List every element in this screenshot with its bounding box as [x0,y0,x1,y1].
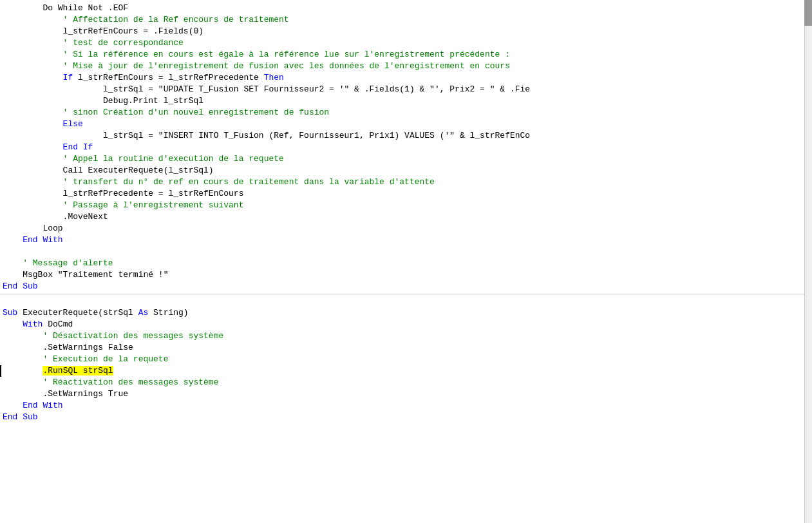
code-line: ' Execution de la requete [0,354,804,365]
code-token: Debug.Print l_strSql [3,96,203,106]
code-line: Loop [0,223,804,234]
code-token: .MoveNext [3,212,108,222]
code-token: ' Passage à l'enregistrement suivant [3,200,243,210]
code-token: String) [148,308,188,318]
code-editor: Do While Not .EOF ' Affectation de la Re… [0,0,812,523]
code-token: End With [3,235,63,245]
code-token: End With [3,401,63,410]
code-token: ' Si la référence en cours est égale à l… [3,50,510,59]
code-line: ' Passage à l'enregistrement suivant [0,200,804,211]
code-line: MsgBox "Traitement terminé !" [0,269,804,281]
cursor [0,365,1,377]
code-token: ExecuterRequete(strSql [17,308,138,318]
code-token: ' transfert du n° de ref en cours de tra… [3,177,435,187]
code-line: ' Si la référence en cours est égale à l… [0,49,804,61]
code-line: With DoCmd [0,319,804,330]
separator-line [0,294,804,294]
code-line: ' test de correspondance [0,37,804,49]
scrollbar-thumb[interactable] [804,0,812,26]
code-token: l_strRefPrecedente = l_strRefEnCours [3,189,243,198]
code-line: ' Réactivation des messages système [0,377,804,388]
code-line [0,296,804,307]
code-token: l_strRefEnCours = l_strRefPrecedente [73,73,263,82]
code-token: Loop [3,223,63,233]
code-token [3,366,42,376]
code-line [0,246,804,258]
code-token: End If [3,142,93,152]
code-token: As [138,308,149,318]
code-line: l_strRefPrecedente = l_strRefEnCours [0,188,804,200]
code-line: Call ExecuterRequete(l_strSql) [0,165,804,176]
code-token: ' Execution de la requete [3,354,168,364]
scrollbar[interactable] [804,0,812,523]
code-line: End With [0,400,804,412]
code-line: .MoveNext [0,211,804,223]
code-token: l_strSql = "UPDATE T_Fusion SET Fourniss… [3,84,530,94]
code-line: ' transfert du n° de ref en cours de tra… [0,176,804,188]
code-line: ' Affectation de la Ref encours de trait… [0,14,804,26]
code-token: DoCmd [42,319,73,329]
code-token: Then [264,73,284,82]
code-line: ' Message d'alerte [0,258,804,269]
code-token: End Sub [3,281,38,291]
code-line: End Sub [0,412,804,423]
code-line: .SetWarnings True [0,388,804,400]
code-line: Sub ExecuterRequete(strSql As String) [0,307,804,319]
code-line: ' Mise à jour de l'enregistrement de fus… [0,61,804,72]
code-line: End If [0,142,804,153]
code-token: .RunSQL strSql [42,366,113,376]
code-line: End Sub [0,281,804,292]
code-line: Else [0,119,804,130]
code-line: Debug.Print l_strSql [0,95,804,107]
code-line: l_strSql = "INSERT INTO T_Fusion (Ref, F… [0,130,804,142]
code-token: l_strSql = "INSERT INTO T_Fusion (Ref, F… [3,131,530,140]
code-token: MsgBox "Traitement terminé !" [3,270,168,280]
code-token: Call ExecuterRequete(l_strSql) [3,166,214,175]
code-line: ' sinon Création d'un nouvel enregistrem… [0,107,804,119]
code-token: ' Désactivation des messages système [3,331,223,341]
code-line: Do While Not .EOF [0,3,804,14]
code-token: Do While Not .EOF [3,3,128,13]
code-token: ' Appel la routine d'execution de la req… [3,154,284,164]
code-token: ' Message d'alerte [3,258,113,268]
code-token: l_strRefEnCours = .Fields(0) [3,26,203,36]
code-token: End Sub [3,412,38,422]
code-token: ' sinon Création d'un nouvel enregistrem… [3,108,329,117]
code-token: With [3,319,42,329]
code-line: l_strSql = "UPDATE T_Fusion SET Fourniss… [0,84,804,95]
code-token: If [3,73,73,82]
code-token: ' test de correspondance [3,38,184,48]
code-line: ' Désactivation des messages système [0,330,804,342]
code-area: Do While Not .EOF ' Affectation de la Re… [0,0,804,426]
code-line: ' Appel la routine d'execution de la req… [0,153,804,165]
code-line: End With [0,234,804,246]
code-line: l_strRefEnCours = .Fields(0) [0,26,804,37]
code-token: ' Affectation de la Ref encours de trait… [3,15,289,24]
code-token: .SetWarnings True [3,389,128,399]
code-token: ' Réactivation des messages système [3,377,218,387]
code-token: Else [3,119,83,129]
code-token: Sub [3,308,17,318]
code-line: .RunSQL strSql [0,365,804,377]
code-token: ' Mise à jour de l'enregistrement de fus… [3,61,510,71]
code-line: If l_strRefEnCours = l_strRefPrecedente … [0,72,804,84]
code-line: .SetWarnings False [0,342,804,354]
code-token: .SetWarnings False [3,343,133,352]
